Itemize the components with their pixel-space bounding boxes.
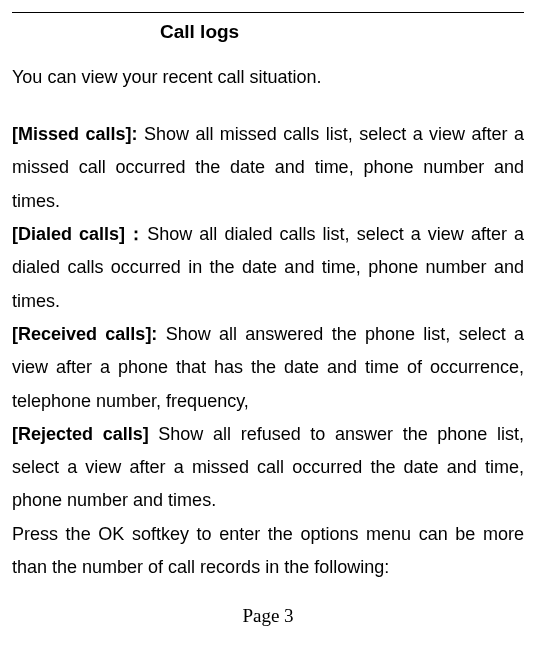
received-calls-label: [Received calls]:: [12, 324, 166, 344]
missed-calls-paragraph: [Missed calls]: Show all missed calls li…: [12, 118, 524, 218]
page-number: Page 3: [0, 605, 536, 627]
received-calls-paragraph: [Received calls]: Show all answered the …: [12, 318, 524, 418]
missed-calls-label: [Missed calls]:: [12, 124, 144, 144]
intro-text: You can view your recent call situation.: [12, 65, 524, 90]
rejected-calls-label: [Rejected calls]: [12, 424, 158, 444]
section-heading: Call logs: [160, 21, 524, 43]
rejected-calls-paragraph: [Rejected calls] Show all refused to ans…: [12, 418, 524, 518]
dialed-calls-label: [Dialed calls]：: [12, 224, 147, 244]
closing-text: Press the OK softkey to enter the option…: [12, 518, 524, 585]
dialed-calls-paragraph: [Dialed calls]：Show all dialed calls lis…: [12, 218, 524, 318]
top-rule: [12, 12, 524, 13]
